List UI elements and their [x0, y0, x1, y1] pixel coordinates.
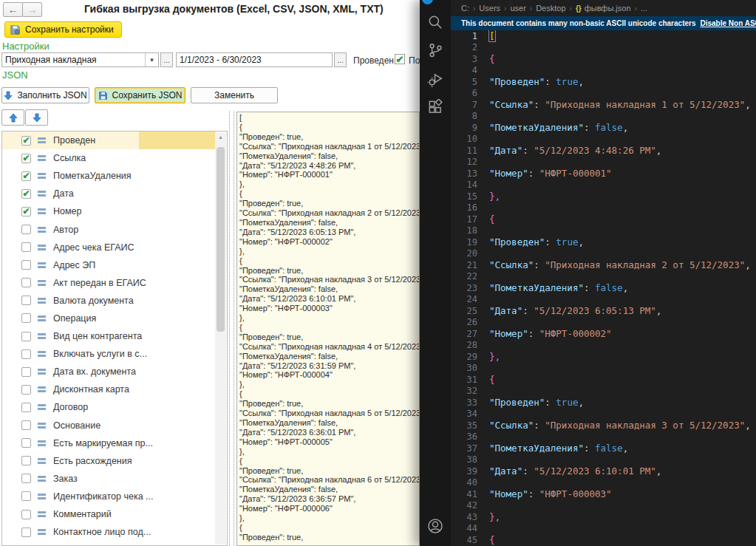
list-item[interactable]: Есть маркируемая пр... — [2, 434, 216, 452]
line-number[interactable]: 4 — [451, 65, 489, 75]
editor-line[interactable]: 25"Дата": "5/12/2023 6:05:13 PM", — [451, 305, 756, 317]
line-number[interactable]: 7 — [451, 100, 489, 110]
editor-line[interactable]: 18 — [451, 225, 756, 237]
save-json-button[interactable]: Сохранить JSON — [95, 87, 185, 103]
editor-line[interactable]: 17{ — [451, 214, 756, 225]
editor-line[interactable]: 28 — [451, 340, 756, 352]
list-item[interactable]: ✔Проведен — [2, 132, 216, 149]
field-checkbox[interactable] — [21, 313, 31, 323]
period-picker-button[interactable]: ... — [334, 52, 347, 67]
editor-line[interactable]: 3{ — [451, 53, 756, 65]
field-checkbox[interactable]: ✔ — [21, 189, 31, 199]
fill-json-button[interactable]: Заполнить JSON — [1, 87, 89, 103]
list-item[interactable]: Вид цен контрагента — [2, 327, 216, 345]
disable-highlight-link[interactable]: Disable Non ASCII Hi — [700, 19, 756, 27]
line-number[interactable]: 22 — [451, 271, 489, 281]
document-type-picker-button[interactable]: ... — [160, 52, 173, 67]
editor-line[interactable]: 38 — [451, 454, 756, 466]
line-number[interactable]: 19 — [451, 237, 489, 248]
scrollbar-thumb[interactable] — [217, 147, 225, 332]
list-item[interactable]: Основание — [2, 417, 216, 434]
line-number[interactable]: 26 — [451, 317, 489, 327]
line-number[interactable]: 45 — [451, 535, 489, 545]
editor-line[interactable]: 36 — [451, 431, 756, 443]
fields-list-scrollbar[interactable]: ▲ — [215, 132, 226, 545]
source-control-icon[interactable] — [427, 42, 443, 58]
editor-line[interactable]: 39"Дата": "5/12/2023 6:10:01 PM", — [451, 465, 756, 477]
editor-line[interactable]: 30 — [451, 363, 756, 375]
line-number[interactable]: 8 — [451, 111, 489, 121]
line-number[interactable]: 18 — [451, 225, 489, 236]
line-number[interactable]: 13 — [451, 168, 489, 179]
list-item[interactable]: ✔Номер — [2, 202, 216, 220]
line-number[interactable]: 34 — [451, 409, 489, 419]
breadcrumb-item[interactable]: user — [510, 4, 525, 13]
field-checkbox[interactable] — [21, 260, 31, 270]
editor-line[interactable]: 10 — [451, 134, 756, 146]
line-number[interactable]: 17 — [451, 214, 489, 225]
line-number[interactable]: 29 — [451, 352, 489, 362]
line-number[interactable]: 31 — [451, 375, 489, 385]
search-icon[interactable] — [427, 14, 443, 30]
line-number[interactable]: 21 — [451, 260, 489, 270]
line-number[interactable]: 9 — [451, 123, 489, 133]
editor-line[interactable]: 45{ — [451, 534, 756, 546]
line-number[interactable]: 5 — [451, 77, 489, 87]
editor-line[interactable]: 32 — [451, 386, 756, 397]
field-checkbox[interactable] — [21, 403, 31, 412]
line-number[interactable]: 40 — [451, 477, 489, 488]
editor-line[interactable]: 15}, — [451, 191, 756, 202]
editor-line[interactable]: 44 — [451, 523, 756, 535]
line-number[interactable]: 33 — [451, 397, 489, 408]
line-number[interactable]: 12 — [451, 157, 489, 167]
line-number[interactable]: 1 — [451, 31, 489, 41]
editor-line[interactable]: 6 — [451, 88, 756, 100]
account-icon[interactable] — [427, 518, 443, 534]
editor-line[interactable]: 27"Номер": "НФРТ-000002" — [451, 328, 756, 340]
breadcrumb-item[interactable]: Users — [479, 4, 500, 13]
editor-line[interactable]: 41"Номер": "НФРТ-000003" — [451, 488, 756, 500]
field-checkbox[interactable] — [21, 278, 31, 287]
line-number[interactable]: 24 — [451, 294, 489, 304]
editor-line[interactable]: 2 — [451, 42, 756, 54]
field-checkbox[interactable] — [21, 474, 31, 483]
editor-line[interactable]: 21"Ссылка": "Приходная накладная 2 от 5/… — [451, 259, 756, 271]
breadcrumb-item[interactable]: {}фывфы.json — [576, 4, 631, 13]
line-number[interactable]: 39 — [451, 466, 489, 477]
panel-splitter[interactable] — [229, 111, 234, 546]
field-checkbox[interactable] — [21, 420, 31, 430]
fields-list[interactable]: ✔Проведен✔Ссылка✔ПометкаУдаления✔Дата✔Но… — [1, 131, 228, 546]
field-checkbox[interactable]: ✔ — [21, 207, 31, 216]
editor-line[interactable]: 43}, — [451, 511, 756, 523]
field-checkbox[interactable] — [21, 438, 31, 448]
line-number[interactable]: 23 — [451, 283, 489, 293]
list-item[interactable]: Автор — [2, 220, 216, 238]
field-checkbox[interactable] — [21, 510, 31, 519]
editor-line[interactable]: 31{ — [451, 374, 756, 386]
posted-checkbox[interactable]: ✔ — [395, 54, 405, 64]
breadcrumb-item[interactable]: C: — [461, 4, 469, 13]
field-checkbox[interactable] — [21, 225, 31, 234]
editor-line[interactable]: 22 — [451, 271, 756, 283]
breadcrumb-item[interactable]: Desktop — [536, 4, 565, 13]
editor-line[interactable]: 19"Проведен": true, — [451, 236, 756, 248]
editor-line[interactable]: 26 — [451, 317, 756, 329]
list-item[interactable]: Адрес ЭП — [2, 256, 216, 274]
editor-line[interactable]: 7"Ссылка": "Приходная накладная 1 от 5/1… — [451, 99, 756, 111]
editor-line[interactable]: 37"ПометкаУдаления": false, — [451, 443, 756, 454]
line-number[interactable]: 25 — [451, 306, 489, 316]
list-item[interactable]: Валюта документа — [2, 292, 216, 310]
editor-line[interactable]: 14 — [451, 180, 756, 191]
line-number[interactable]: 38 — [451, 454, 489, 465]
editor-line[interactable]: 24 — [451, 294, 756, 306]
scroll-up-icon[interactable]: ▲ — [215, 134, 226, 140]
field-checkbox[interactable] — [21, 385, 31, 395]
breadcrumb[interactable]: C:›Users›user›Desktop›{}фывфы.json›... — [451, 0, 756, 16]
line-number[interactable]: 20 — [451, 248, 489, 259]
line-number[interactable]: 28 — [451, 340, 489, 350]
editor-line[interactable]: 23"ПометкаУдаления": false, — [451, 282, 756, 294]
period-field[interactable]: 1/1/2023 - 6/30/2023 — [176, 52, 333, 67]
json-preview-panel[interactable]: [ { "Проведен": true, "Ссылка": "Приходн… — [236, 112, 420, 546]
list-item[interactable]: ✔ПометкаУдаления — [2, 167, 216, 185]
line-number[interactable]: 36 — [451, 431, 489, 442]
